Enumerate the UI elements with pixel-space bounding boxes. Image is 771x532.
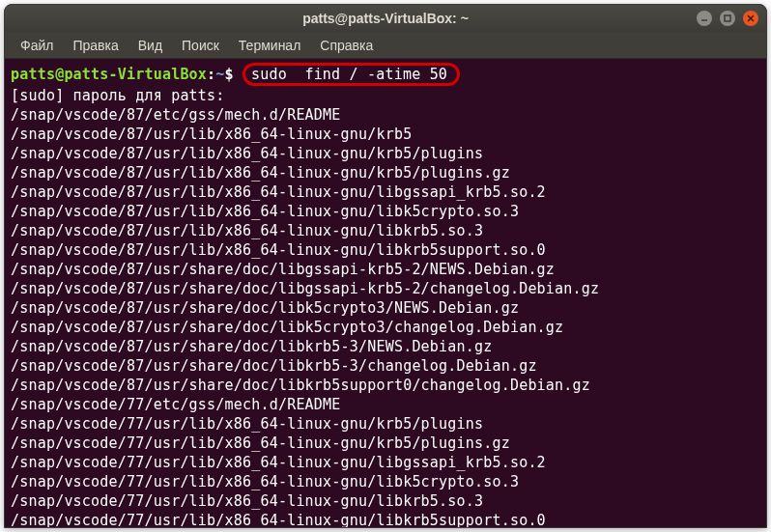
menu-view[interactable]: Вид xyxy=(130,34,170,57)
prompt-dollar: $ xyxy=(225,66,234,83)
prompt-path: ~ xyxy=(215,66,224,83)
menu-file[interactable]: Файл xyxy=(13,34,61,57)
output-line: /snap/vscode/87/usr/lib/x86_64-linux-gnu… xyxy=(11,126,412,143)
window-controls xyxy=(697,11,758,26)
menu-search[interactable]: Поиск xyxy=(174,34,227,57)
output-line: /snap/vscode/87/usr/lib/x86_64-linux-gnu… xyxy=(11,145,483,162)
output-line: /snap/vscode/87/usr/share/doc/libkrb5-3/… xyxy=(11,338,492,355)
output-line: /snap/vscode/77/usr/lib/x86_64-linux-gnu… xyxy=(11,454,546,471)
output-line: /snap/vscode/87/usr/share/doc/libk5crypt… xyxy=(11,299,519,317)
output-line: /snap/vscode/87/usr/lib/x86_64-linux-gnu… xyxy=(11,241,546,259)
output-line: /snap/vscode/77/etc/gss/mech.d/README xyxy=(11,396,341,413)
prompt-colon: : xyxy=(207,66,215,83)
menu-help[interactable]: Справка xyxy=(312,34,381,57)
window-title: patts@patts-VirtualBox: ~ xyxy=(302,11,469,26)
output-line: /snap/vscode/77/usr/lib/x86_64-linux-gnu… xyxy=(11,473,519,490)
command-highlight: sudo find / -atime 50 xyxy=(243,63,460,86)
titlebar: patts@patts-VirtualBox: ~ xyxy=(5,5,766,32)
prompt-user-host: patts@patts-VirtualBox xyxy=(11,66,207,83)
terminal-window: patts@patts-VirtualBox: ~ Файл Правка Ви… xyxy=(4,4,767,528)
output-line: /snap/vscode/87/etc/gss/mech.d/README xyxy=(11,106,341,124)
output-line: /snap/vscode/87/usr/share/doc/libk5crypt… xyxy=(11,319,563,336)
output-line: /snap/vscode/77/usr/lib/x86_64-linux-gnu… xyxy=(11,434,510,452)
output-line: /snap/vscode/87/usr/share/doc/libgssapi-… xyxy=(11,280,599,297)
output-line: /snap/vscode/87/usr/share/doc/libkrb5-3/… xyxy=(11,357,537,375)
svg-rect-1 xyxy=(725,15,730,21)
terminal-content[interactable]: patts@patts-VirtualBox:~$ sudo find / -a… xyxy=(5,59,766,528)
output-line: /snap/vscode/87/usr/lib/x86_64-linux-gnu… xyxy=(11,203,519,220)
command-text: sudo find / -atime 50 xyxy=(251,66,447,83)
minimize-button[interactable] xyxy=(697,11,712,26)
output-line: /snap/vscode/87/usr/lib/x86_64-linux-gnu… xyxy=(11,222,483,239)
output-line: /snap/vscode/77/usr/lib/x86_64-linux-gnu… xyxy=(11,415,483,433)
menubar: Файл Правка Вид Поиск Терминал Справка xyxy=(5,32,766,59)
output-line: /snap/vscode/87/usr/share/doc/libkrb5sup… xyxy=(11,377,590,394)
output-line: /snap/vscode/87/usr/lib/x86_64-linux-gnu… xyxy=(11,183,546,201)
output-line: /snap/vscode/77/usr/lib/x86_64-linux-gnu… xyxy=(11,512,546,528)
menu-edit[interactable]: Правка xyxy=(65,34,126,57)
output-line: [sudo] пароль для patts: xyxy=(11,87,225,104)
close-button[interactable] xyxy=(743,11,758,26)
output-line: /snap/vscode/87/usr/share/doc/libgssapi-… xyxy=(11,261,555,278)
output-line: /snap/vscode/77/usr/lib/x86_64-linux-gnu… xyxy=(11,492,483,510)
maximize-button[interactable] xyxy=(720,11,735,26)
menu-terminal[interactable]: Терминал xyxy=(231,34,308,57)
output-line: /snap/vscode/87/usr/lib/x86_64-linux-gnu… xyxy=(11,164,510,182)
